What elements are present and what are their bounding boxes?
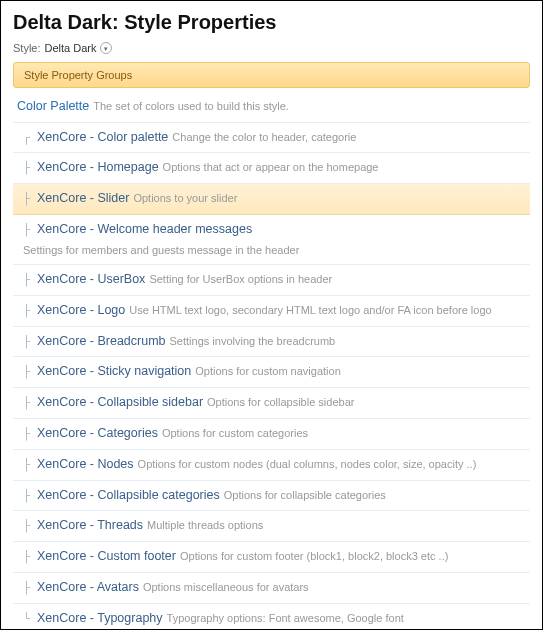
- item-title[interactable]: XenCore - Breadcrumb: [37, 333, 166, 351]
- item-desc: Multiple threads options: [147, 518, 263, 533]
- item-title[interactable]: XenCore - UserBox: [37, 271, 145, 289]
- style-selector-label: Style:: [13, 42, 41, 54]
- list-item[interactable]: ├XenCore - SliderOptions to your slider: [13, 184, 530, 215]
- list-item[interactable]: ├XenCore - HomepageOptions that act or a…: [13, 153, 530, 184]
- list-item[interactable]: ├XenCore - AvatarsOptions miscellaneous …: [13, 573, 530, 604]
- item-desc: Setting for UserBox options in header: [149, 272, 332, 287]
- list-item[interactable]: ├XenCore - Welcome header messagesSettin…: [13, 215, 530, 265]
- item-desc: Options for custom nodes (dual columns, …: [138, 457, 477, 472]
- tree-glyph-icon: ├: [23, 272, 33, 289]
- tree-glyph-icon: └: [23, 611, 33, 628]
- property-list: Color Palette The set of colors used to …: [13, 92, 530, 630]
- page-title: Delta Dark: Style Properties: [13, 11, 530, 34]
- chevron-down-icon[interactable]: ▾: [100, 42, 112, 54]
- item-title[interactable]: XenCore - Welcome header messages: [37, 221, 252, 239]
- list-item[interactable]: ┌XenCore - Color paletteChange the color…: [13, 123, 530, 154]
- list-item[interactable]: ├XenCore - CategoriesOptions for custom …: [13, 419, 530, 450]
- item-desc: Use HTML text logo, secondary HTML text …: [129, 303, 491, 318]
- item-desc: Settings involving the breadcrumb: [170, 334, 336, 349]
- item-title[interactable]: XenCore - Collapsible sidebar: [37, 394, 203, 412]
- list-item[interactable]: Color Palette The set of colors used to …: [13, 92, 530, 123]
- list-item[interactable]: ├XenCore - LogoUse HTML text logo, secon…: [13, 296, 530, 327]
- item-title[interactable]: XenCore - Sticky navigation: [37, 363, 191, 381]
- list-item[interactable]: ├XenCore - Collapsible sidebarOptions fo…: [13, 388, 530, 419]
- item-desc: Settings for members and guests message …: [23, 243, 299, 258]
- tree-glyph-icon: ├: [23, 488, 33, 505]
- item-title[interactable]: XenCore - Color palette: [37, 129, 168, 147]
- tree-glyph-icon: ├: [23, 222, 33, 239]
- tree-glyph-icon: ├: [23, 334, 33, 351]
- item-title[interactable]: XenCore - Typography: [37, 610, 163, 628]
- item-title[interactable]: XenCore - Avatars: [37, 579, 139, 597]
- list-item[interactable]: ├XenCore - Custom footerOptions for cust…: [13, 542, 530, 573]
- item-title[interactable]: XenCore - Slider: [37, 190, 129, 208]
- item-title[interactable]: Color Palette: [17, 98, 89, 116]
- item-title[interactable]: XenCore - Logo: [37, 302, 125, 320]
- item-desc: The set of colors used to build this sty…: [93, 99, 289, 114]
- item-desc: Options that act or appear on the homepa…: [163, 160, 379, 175]
- item-title[interactable]: XenCore - Nodes: [37, 456, 134, 474]
- style-selector[interactable]: Style: Delta Dark ▾: [13, 42, 530, 54]
- item-desc: Typography options: Font awesome, Google…: [167, 611, 404, 626]
- list-item[interactable]: └XenCore - TypographyTypography options:…: [13, 604, 530, 630]
- list-item[interactable]: ├XenCore - ThreadsMultiple threads optio…: [13, 511, 530, 542]
- tree-glyph-icon: ├: [23, 303, 33, 320]
- list-item[interactable]: ├XenCore - BreadcrumbSettings involving …: [13, 327, 530, 358]
- tree-glyph-icon: ┌: [23, 130, 33, 147]
- item-title[interactable]: XenCore - Collapsible categories: [37, 487, 220, 505]
- tree-glyph-icon: ├: [23, 160, 33, 177]
- item-desc: Options miscellaneous for avatars: [143, 580, 309, 595]
- list-item[interactable]: ├XenCore - Collapsible categoriesOptions…: [13, 481, 530, 512]
- tree-glyph-icon: ├: [23, 580, 33, 597]
- group-header: Style Property Groups: [13, 62, 530, 88]
- list-item[interactable]: ├XenCore - NodesOptions for custom nodes…: [13, 450, 530, 481]
- tree-glyph-icon: ├: [23, 549, 33, 566]
- item-desc: Options for custom categories: [162, 426, 308, 441]
- item-title[interactable]: XenCore - Homepage: [37, 159, 159, 177]
- list-item[interactable]: ├XenCore - Sticky navigationOptions for …: [13, 357, 530, 388]
- tree-glyph-icon: ├: [23, 457, 33, 474]
- tree-glyph-icon: ├: [23, 395, 33, 412]
- style-selector-value: Delta Dark: [45, 42, 97, 54]
- item-desc: Options for collapsible categories: [224, 488, 386, 503]
- tree-glyph-icon: ├: [23, 426, 33, 443]
- item-desc: Options for custom footer (block1, block…: [180, 549, 448, 564]
- item-desc: Options to your slider: [133, 191, 237, 206]
- tree-glyph-icon: ├: [23, 364, 33, 381]
- item-title[interactable]: XenCore - Threads: [37, 517, 143, 535]
- item-title[interactable]: XenCore - Custom footer: [37, 548, 176, 566]
- item-desc: Options for collapsible sidebar: [207, 395, 354, 410]
- item-desc: Options for custom navigation: [195, 364, 341, 379]
- tree-glyph-icon: ├: [23, 191, 33, 208]
- item-title[interactable]: XenCore - Categories: [37, 425, 158, 443]
- item-desc: Change the color to header, categorie: [172, 130, 356, 145]
- list-item[interactable]: ├XenCore - UserBoxSetting for UserBox op…: [13, 265, 530, 296]
- tree-glyph-icon: ├: [23, 518, 33, 535]
